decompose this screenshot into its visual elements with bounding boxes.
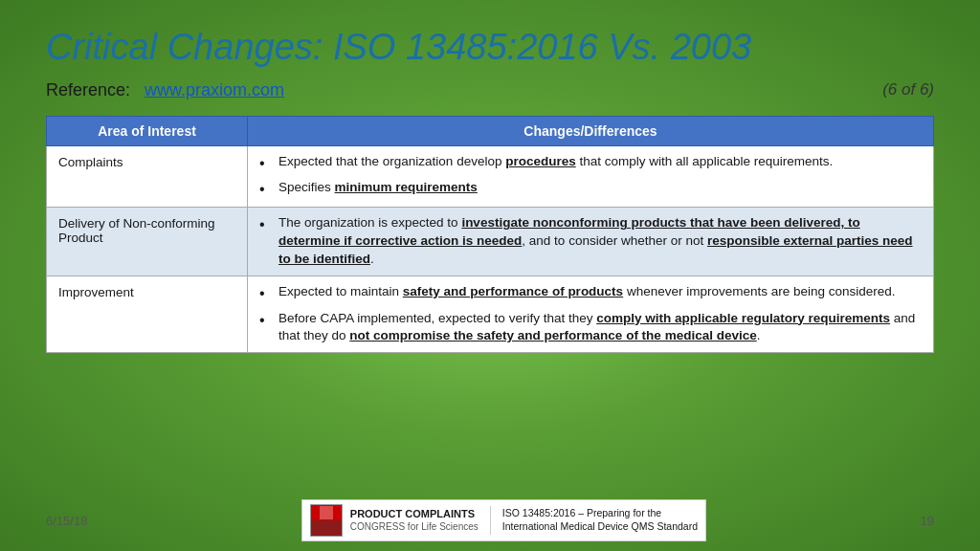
table-row: Delivery of Non-conforming Product • The… bbox=[47, 208, 934, 276]
bullet-icon: • bbox=[259, 214, 275, 235]
slide-title: Critical Changes: ISO 13485:2016 Vs. 200… bbox=[46, 27, 934, 69]
bullet-text: Expected to maintain safety and performa… bbox=[278, 283, 922, 301]
list-item: • Specifies minimum requirements bbox=[259, 179, 922, 200]
footer-logo-desc-line2: International Medical Device QMS Standar… bbox=[502, 520, 698, 532]
reference-text: Reference: www.praxiom.com bbox=[46, 80, 284, 100]
footer-page-number: 19 bbox=[921, 514, 934, 528]
list-item: • Before CAPA implemented, expected to v… bbox=[259, 310, 922, 346]
footer-logo-sub: CONGRESS for Life Sciences bbox=[350, 521, 479, 533]
reference-link[interactable]: www.praxiom.com bbox=[145, 80, 284, 99]
reference-row: Reference: www.praxiom.com (6 of 6) bbox=[46, 80, 934, 100]
changes-table: Area of Interest Changes/Differences Com… bbox=[46, 116, 934, 354]
slide-container: Critical Changes: ISO 13485:2016 Vs. 200… bbox=[0, 0, 980, 551]
list-item: • Expected to maintain safety and perfor… bbox=[259, 283, 922, 304]
bullet-icon: • bbox=[259, 179, 275, 200]
bullet-icon: • bbox=[259, 310, 275, 331]
footer-logo: PRODUCT COMPLAINTS CONGRESS for Life Sci… bbox=[301, 499, 706, 541]
footer-logo-main: PRODUCT COMPLAINTS bbox=[350, 508, 479, 520]
changes-cell-improvement: • Expected to maintain safety and perfor… bbox=[248, 276, 934, 353]
table-row: Improvement • Expected to maintain safet… bbox=[47, 276, 934, 353]
footer-date: 6/15/18 bbox=[46, 514, 87, 528]
bullet-icon: • bbox=[259, 153, 275, 174]
footer-logo-desc: ISO 13485:2016 – Preparing for the Inter… bbox=[502, 507, 698, 533]
reference-label: Reference: bbox=[46, 80, 130, 99]
list-item: • The organization is expected to invest… bbox=[259, 214, 922, 269]
bullet-text: Before CAPA implemented, expected to ver… bbox=[278, 310, 922, 346]
area-cell-delivery: Delivery of Non-conforming Product bbox=[47, 208, 248, 276]
area-cell-complaints: Complaints bbox=[47, 145, 248, 208]
area-cell-improvement: Improvement bbox=[47, 276, 248, 353]
list-item: • Expected that the organization develop… bbox=[259, 153, 922, 174]
col-header-changes: Changes/Differences bbox=[248, 116, 934, 145]
page-indicator: (6 of 6) bbox=[882, 80, 934, 99]
bullet-text: The organization is expected to investig… bbox=[278, 214, 922, 269]
footer: 6/15/18 PRODUCT COMPLAINTS CONGRESS for … bbox=[0, 499, 980, 541]
table-row: Complaints • Expected that the organizat… bbox=[47, 145, 934, 208]
footer-logo-text: PRODUCT COMPLAINTS CONGRESS for Life Sci… bbox=[350, 508, 479, 532]
changes-cell-delivery: • The organization is expected to invest… bbox=[248, 208, 934, 276]
changes-cell-complaints: • Expected that the organization develop… bbox=[248, 145, 934, 208]
col-header-area: Area of Interest bbox=[47, 116, 248, 145]
bullet-icon: • bbox=[259, 283, 275, 304]
bullet-text: Specifies minimum requirements bbox=[278, 179, 922, 197]
footer-logo-desc-line1: ISO 13485:2016 – Preparing for the bbox=[502, 507, 661, 518]
bullet-text: Expected that the organization develop p… bbox=[278, 153, 922, 171]
table-header-row: Area of Interest Changes/Differences bbox=[47, 116, 934, 145]
